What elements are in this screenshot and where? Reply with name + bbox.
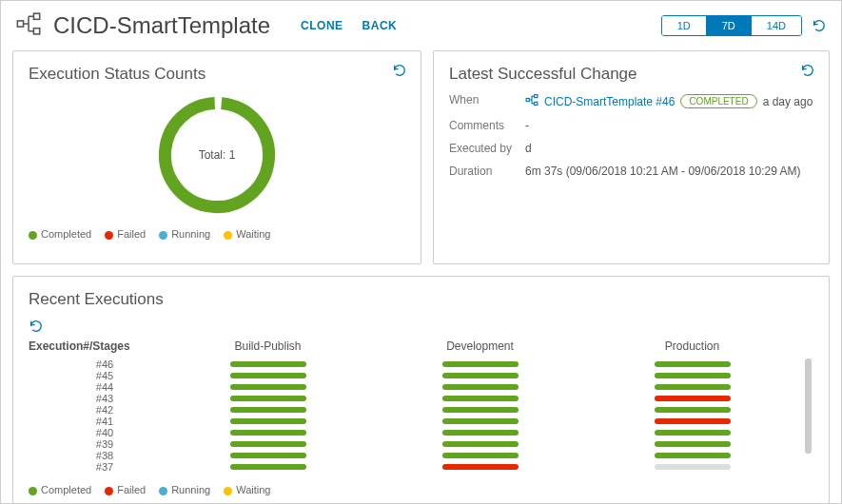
exec-num: #38: [29, 450, 162, 461]
range-7d[interactable]: 7D: [707, 16, 752, 35]
svg-rect-4: [526, 98, 529, 101]
stage-bar: [655, 396, 731, 401]
stage-bar: [655, 361, 731, 367]
col-prod: Production: [586, 339, 798, 353]
exec-num: #44: [29, 381, 162, 393]
legend-waiting: Waiting: [236, 228, 270, 240]
exec-num: #39: [29, 438, 162, 450]
status-refresh-icon[interactable]: [392, 63, 407, 78]
recent-title: Recent Executions: [29, 290, 813, 309]
when-link[interactable]: CICD-SmartTemplate #46: [544, 95, 675, 108]
pipeline-icon: [15, 10, 42, 41]
stage-bar: [230, 373, 306, 378]
stage-bar: [442, 384, 519, 390]
executedby-value: d: [525, 142, 813, 155]
stage-bar: [230, 418, 306, 424]
stage-bar: [442, 430, 519, 436]
recent-refresh-icon[interactable]: [29, 319, 813, 334]
table-row[interactable]: #43: [29, 393, 813, 404]
time-range-segmented: 1D 7D 14D: [661, 15, 802, 36]
stage-bar: [442, 373, 519, 378]
legend2-running: Running: [171, 484, 210, 495]
stage-bar: [230, 453, 306, 458]
duration-label: Duration: [449, 165, 525, 178]
stage-bar: [655, 373, 731, 378]
svg-rect-1: [33, 13, 39, 19]
change-refresh-icon[interactable]: [800, 63, 815, 78]
stage-bar: [442, 361, 519, 367]
back-link[interactable]: BACK: [362, 19, 398, 32]
exec-num: #37: [29, 461, 162, 473]
stage-bar: [655, 441, 731, 447]
stage-bar: [655, 418, 731, 424]
duration-value: 6m 37s (09/06/2018 10:21 AM - 09/06/2018…: [525, 165, 813, 178]
stage-bar: [655, 430, 731, 436]
table-row[interactable]: #37: [29, 461, 813, 473]
stage-bar: [230, 384, 306, 390]
status-counts-panel: Execution Status Counts Total: 1 Complet…: [12, 50, 421, 264]
stage-bar: [230, 441, 306, 447]
legend-running: Running: [171, 228, 210, 240]
status-panel-title: Execution Status Counts: [29, 65, 405, 84]
svg-rect-5: [535, 95, 538, 98]
page-title: CICD-SmartTemplate: [53, 12, 270, 39]
table-row[interactable]: #42: [29, 404, 813, 416]
table-row[interactable]: #38: [29, 450, 813, 461]
col-exec: Execution#/Stages: [29, 339, 162, 353]
stage-bar: [230, 430, 306, 436]
table-row[interactable]: #40: [29, 427, 813, 438]
legend2-waiting: Waiting: [236, 484, 270, 495]
recent-legend: Completed Failed Running Waiting: [29, 484, 813, 495]
stage-bar: [655, 453, 731, 458]
donut-total-label: Total: 1: [199, 148, 236, 162]
refresh-icon[interactable]: [812, 18, 827, 33]
comments-value: -: [525, 119, 813, 132]
range-14d[interactable]: 14D: [752, 16, 801, 35]
when-label: When: [449, 93, 525, 109]
stage-bar: [442, 396, 519, 401]
change-panel-title: Latest Successful Change: [449, 65, 813, 84]
recent-executions-panel: Recent Executions Execution#/Stages Buil…: [12, 276, 830, 504]
recent-table-header: Execution#/Stages Build-Publish Developm…: [29, 334, 813, 359]
stage-bar: [442, 418, 519, 424]
exec-num: #45: [29, 370, 162, 381]
table-row[interactable]: #39: [29, 438, 813, 450]
comments-label: Comments: [449, 119, 525, 132]
table-row[interactable]: #41: [29, 416, 813, 427]
status-legend: Completed Failed Running Waiting: [29, 228, 405, 240]
status-donut-chart: Total: 1: [29, 93, 405, 217]
table-row[interactable]: #45: [29, 370, 813, 381]
executedby-label: Executed by: [449, 142, 525, 155]
legend2-completed: Completed: [41, 484, 91, 495]
exec-num: #41: [29, 416, 162, 427]
table-row[interactable]: #44: [29, 381, 813, 393]
stage-bar: [230, 407, 306, 413]
col-dev: Development: [374, 339, 586, 353]
svg-rect-2: [33, 29, 39, 34]
clone-link[interactable]: CLONE: [301, 19, 343, 32]
latest-change-panel: Latest Successful Change When CICD-Smart…: [433, 50, 830, 264]
col-build: Build-Publish: [162, 339, 374, 353]
stage-bar: [655, 384, 731, 390]
scrollbar[interactable]: [805, 359, 812, 454]
exec-num: #43: [29, 393, 162, 404]
exec-num: #46: [29, 359, 162, 370]
stage-bar: [655, 407, 731, 413]
exec-num: #40: [29, 427, 162, 438]
legend2-failed: Failed: [117, 484, 146, 495]
status-badge: COMPLETED: [680, 94, 756, 108]
stage-bar: [442, 464, 519, 470]
legend-failed: Failed: [117, 228, 146, 240]
exec-num: #42: [29, 404, 162, 416]
when-ago: a day ago: [763, 95, 813, 108]
stage-bar: [230, 396, 306, 401]
stage-bar: [655, 464, 731, 470]
stage-bar: [230, 464, 306, 470]
svg-rect-6: [535, 102, 538, 105]
stage-bar: [442, 441, 519, 447]
stage-bar: [442, 453, 519, 458]
range-1d[interactable]: 1D: [662, 16, 707, 35]
svg-rect-0: [17, 21, 23, 27]
pipeline-mini-icon: [525, 93, 538, 109]
table-row[interactable]: #46: [29, 359, 813, 370]
